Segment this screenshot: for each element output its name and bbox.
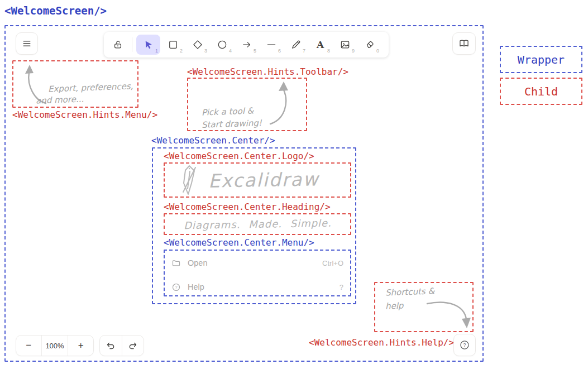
hint-toolbar-text-line1: Pick a tool & — [202, 106, 254, 117]
menu-item-label: Open — [188, 258, 207, 267]
hamburger-icon — [21, 38, 32, 49]
hints-help-label: <WelcomeScreen.Hints.Help/> — [309, 337, 454, 348]
menu-item-label: Help — [188, 282, 204, 291]
hints-toolbar-outline: Pick a tool & Start drawing! — [187, 78, 307, 131]
zoom-in-button[interactable]: + — [68, 336, 93, 356]
unlock-icon — [112, 39, 123, 50]
pencil-icon — [290, 39, 302, 50]
help-circle-icon: ? — [171, 282, 181, 292]
line-icon — [266, 39, 277, 50]
tool-eraser[interactable]: 0 — [357, 35, 381, 55]
arrow-icon — [241, 39, 252, 50]
toolbar-divider — [132, 37, 132, 52]
hints-toolbar-label: <WelcomeScreen.Hints.Toolbar/> — [187, 66, 348, 77]
tool-shortcut: 1 — [155, 48, 158, 54]
tool-shortcut: 4 — [229, 48, 232, 54]
hints-menu-label: <WelcomeScreen.Hints.Menu/> — [12, 109, 157, 120]
svg-text:?: ? — [463, 342, 466, 348]
center-heading-outline: Diagrams. Made. Simple. — [164, 213, 351, 235]
library-button[interactable] — [452, 32, 476, 55]
plus-icon: + — [78, 340, 84, 351]
help-circle-icon: ? — [459, 339, 470, 351]
zoom-bar: − 100% + — [16, 335, 94, 356]
rectangle-icon — [168, 39, 179, 50]
menu-item-shortcut: ? — [340, 283, 343, 291]
excalidraw-logo: Excalidraw — [165, 164, 350, 197]
hints-help-outline: Shortcuts & help — [374, 282, 474, 332]
legend-wrapper: Wrapper — [500, 46, 582, 73]
undo-icon — [106, 341, 116, 351]
svg-text:?: ? — [175, 285, 178, 290]
tool-selection[interactable]: 1 — [136, 35, 160, 55]
main-menu-button[interactable] — [16, 32, 38, 55]
center-logo-outline: Excalidraw — [164, 162, 351, 198]
tool-shortcut: 3 — [204, 48, 207, 54]
excalidraw-wordmark: Excalidraw — [208, 168, 319, 191]
center-menu-outline: Open Ctrl+O ? Help ? — [164, 250, 351, 296]
text-icon: A — [317, 40, 324, 50]
tool-shortcut: 8 — [327, 48, 330, 54]
center-menu-item-help[interactable]: ? Help ? — [171, 279, 343, 295]
legend-wrapper-label: Wrapper — [518, 53, 565, 66]
zoom-level[interactable]: 100% — [41, 336, 68, 356]
tool-shortcut: 6 — [278, 48, 281, 54]
redo-icon — [127, 341, 138, 351]
hint-toolbar-text-line2: Start drawing! — [202, 118, 262, 130]
cursor-icon — [143, 40, 154, 50]
tool-image[interactable]: 9 — [333, 35, 357, 55]
redo-button[interactable] — [122, 336, 144, 356]
center-menu-item-open[interactable]: Open Ctrl+O — [171, 255, 343, 271]
hints-menu-outline: Export, preferences, and more... — [12, 60, 138, 108]
center-heading-label: <WelcomeScreen.Center.Heading/> — [164, 202, 331, 212]
tool-text[interactable]: A 8 — [308, 35, 332, 55]
tool-arrow[interactable]: 5 — [235, 35, 259, 55]
tool-diamond[interactable]: 3 — [185, 35, 209, 55]
zoom-out-button[interactable]: − — [16, 336, 41, 356]
page-title: <WelcomeScreen/> — [4, 4, 107, 17]
tool-shortcut: 9 — [352, 48, 355, 54]
hint-menu-text-line2: and more... — [36, 94, 84, 106]
center-label: <WelcomeScreen.Center/> — [151, 135, 275, 146]
tool-shortcut: 5 — [254, 48, 256, 54]
ellipse-icon — [217, 39, 228, 50]
eraser-icon — [364, 39, 375, 50]
tool-ellipse[interactable]: 4 — [210, 35, 234, 55]
legend-child: Child — [500, 78, 582, 105]
hint-menu-text-line1: Export, preferences, — [48, 81, 133, 94]
diamond-icon — [192, 39, 203, 50]
minus-icon: − — [26, 340, 31, 351]
undo-redo-bar — [99, 335, 144, 356]
legend-child-label: Child — [524, 85, 558, 98]
tool-shortcut: 7 — [303, 48, 305, 54]
help-button[interactable]: ? — [453, 334, 476, 356]
center-outline: <WelcomeScreen.Center.Logo/> Excalidraw … — [152, 147, 356, 304]
center-heading-text: Diagrams. Made. Simple. — [183, 217, 331, 232]
tool-draw[interactable]: 7 — [284, 35, 308, 55]
undo-button[interactable] — [100, 336, 122, 356]
folder-icon — [171, 258, 181, 268]
tool-rectangle[interactable]: 2 — [161, 35, 185, 55]
center-menu-label: <WelcomeScreen.Center.Menu/> — [164, 237, 314, 248]
menu-item-shortcut: Ctrl+O — [322, 259, 343, 267]
hint-arrow-down-icon — [375, 283, 472, 331]
tool-line[interactable]: 6 — [259, 35, 283, 55]
tool-shortcut: 2 — [180, 48, 183, 54]
lock-tool-button[interactable] — [108, 35, 128, 55]
excalidraw-logo-mark-icon — [178, 164, 200, 197]
book-icon — [458, 38, 470, 49]
center-logo-label: <WelcomeScreen.Center.Logo/> — [164, 151, 314, 161]
image-icon — [340, 39, 351, 50]
tool-shortcut: 0 — [376, 48, 379, 54]
toolbar: 1 2 3 4 5 — [104, 32, 389, 57]
